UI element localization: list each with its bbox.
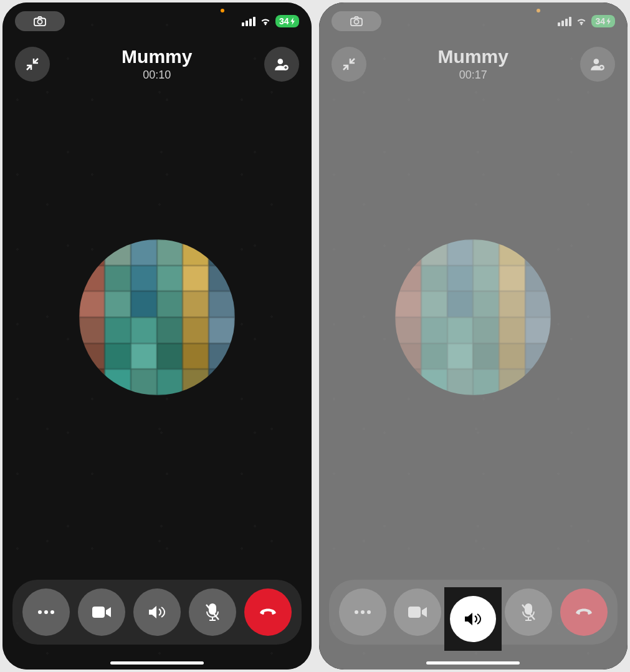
wifi-icon <box>575 16 588 26</box>
call-timer: 00:10 <box>50 69 264 82</box>
ellipsis-icon <box>37 610 55 615</box>
status-bar: 34 <box>2 11 312 31</box>
end-call-button[interactable] <box>244 588 292 636</box>
svg-point-2 <box>277 59 283 64</box>
cellular-signal-icon <box>242 17 255 26</box>
wifi-icon <box>259 16 272 26</box>
svg-point-11 <box>354 19 358 24</box>
call-title-block: Mummy 00:10 <box>50 46 264 82</box>
call-controls <box>12 580 302 645</box>
svg-point-4 <box>38 610 42 614</box>
mic-off-icon <box>520 603 537 622</box>
add-participant-button[interactable] <box>264 47 299 82</box>
svg-rect-17 <box>408 607 421 618</box>
speaker-highlight-box <box>444 587 502 651</box>
call-title-block: Mummy 00:17 <box>366 46 581 82</box>
mute-toggle-button[interactable] <box>505 588 552 636</box>
charging-bolt-icon <box>606 17 611 25</box>
camera-icon <box>33 16 47 27</box>
battery-text: 34 <box>279 16 289 26</box>
mute-toggle-button[interactable] <box>189 588 236 636</box>
charging-bolt-icon <box>290 17 295 25</box>
video-icon <box>408 605 427 619</box>
call-timer: 00:17 <box>366 69 581 82</box>
battery-text: 34 <box>595 16 605 26</box>
cellular-signal-icon <box>558 17 571 26</box>
video-icon <box>92 605 111 619</box>
ellipsis-icon <box>353 610 372 615</box>
end-call-icon <box>257 608 279 617</box>
add-person-icon <box>589 56 606 72</box>
svg-point-16 <box>367 610 371 614</box>
more-options-button[interactable] <box>339 588 386 636</box>
speaker-toggle-button-active[interactable] <box>450 596 496 642</box>
mic-off-icon <box>204 603 221 622</box>
svg-rect-7 <box>92 607 105 618</box>
minimize-button[interactable] <box>332 47 366 82</box>
speaker-icon <box>148 604 166 620</box>
end-call-button[interactable] <box>560 588 608 636</box>
status-right: 34 <box>558 15 615 27</box>
camera-icon <box>350 16 363 27</box>
camera-toggle-pill[interactable] <box>15 11 65 31</box>
phone-screen-2: 34 Mummy 00:17 <box>319 2 628 670</box>
video-toggle-button[interactable] <box>78 588 125 636</box>
status-right: 34 <box>242 15 299 27</box>
speaker-icon <box>464 611 482 627</box>
more-options-button[interactable] <box>22 588 70 636</box>
svg-point-1 <box>37 19 42 24</box>
contact-avatar <box>395 239 551 395</box>
minimize-icon <box>341 57 356 72</box>
add-participant-button[interactable] <box>580 47 615 82</box>
add-person-icon <box>274 56 290 72</box>
battery-indicator: 34 <box>275 15 299 27</box>
home-indicator[interactable] <box>426 661 520 665</box>
contact-name: Mummy <box>50 46 264 67</box>
minimize-icon <box>25 57 40 72</box>
minimize-button[interactable] <box>15 47 50 82</box>
svg-point-15 <box>361 610 365 614</box>
svg-point-6 <box>50 610 54 614</box>
home-indicator[interactable] <box>110 661 204 665</box>
speaker-toggle-button[interactable] <box>133 588 181 636</box>
call-header: Mummy 00:17 <box>319 46 628 82</box>
video-toggle-button[interactable] <box>394 588 441 636</box>
svg-point-12 <box>594 59 599 64</box>
call-header: Mummy 00:10 <box>2 46 312 82</box>
contact-avatar <box>79 239 235 395</box>
status-bar: 34 <box>319 11 628 31</box>
svg-point-5 <box>44 610 48 614</box>
battery-indicator: 34 <box>591 15 615 27</box>
contact-name: Mummy <box>366 46 581 67</box>
svg-point-14 <box>355 610 358 614</box>
end-call-icon <box>573 608 594 617</box>
phone-screen-1: 34 Mummy 00:10 <box>2 2 312 670</box>
camera-toggle-pill[interactable] <box>332 11 381 31</box>
